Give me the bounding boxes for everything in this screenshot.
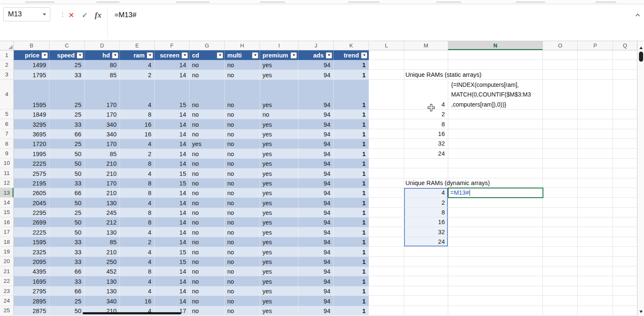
- cell-C1[interactable]: speed: [49, 50, 85, 60]
- cell-G4[interactable]: no: [190, 80, 225, 110]
- cell-O13[interactable]: [543, 188, 578, 198]
- cell-N24[interactable]: [448, 296, 543, 306]
- cell-L6[interactable]: [369, 119, 404, 129]
- cell-K1[interactable]: trend: [334, 50, 369, 60]
- filter-button-trend[interactable]: [361, 52, 367, 58]
- cell-D17[interactable]: 130: [85, 227, 120, 237]
- cell-F13[interactable]: 14: [155, 188, 190, 198]
- cell-M19[interactable]: [404, 247, 448, 256]
- cell-C18[interactable]: 33: [49, 237, 85, 247]
- cell-N1[interactable]: [448, 50, 543, 60]
- cell-E6[interactable]: 16: [120, 119, 155, 129]
- cell-J14[interactable]: 94: [299, 198, 334, 207]
- cell-D12[interactable]: 170: [85, 178, 120, 188]
- cell-J18[interactable]: 94: [299, 237, 334, 247]
- cell-O6[interactable]: [543, 119, 578, 129]
- cell-F10[interactable]: 14: [155, 159, 190, 168]
- row-header-21[interactable]: 21: [0, 266, 14, 276]
- cell-N22[interactable]: [448, 276, 543, 286]
- cell-D20[interactable]: 250: [85, 257, 120, 266]
- cell-C10[interactable]: 50: [49, 159, 85, 168]
- cell-N17[interactable]: [448, 227, 543, 237]
- cell-I16[interactable]: yes: [260, 217, 299, 227]
- cell-D5[interactable]: 170: [85, 110, 120, 119]
- cell-D4[interactable]: 170: [85, 80, 120, 110]
- cell-B24[interactable]: 2895: [14, 296, 49, 306]
- cell-D9[interactable]: 85: [85, 149, 120, 158]
- cell-Q7[interactable]: [613, 129, 637, 139]
- cell-G19[interactable]: no: [190, 247, 225, 256]
- cell-O20[interactable]: [543, 257, 578, 266]
- cell-D7[interactable]: 340: [85, 129, 120, 139]
- cell-K5[interactable]: 1: [334, 110, 369, 119]
- cell-I22[interactable]: yes: [260, 276, 299, 286]
- cell-M16[interactable]: 16: [404, 217, 448, 227]
- cell-B9[interactable]: 1995: [14, 149, 49, 158]
- cell-M7[interactable]: 16: [404, 129, 448, 139]
- cell-K22[interactable]: 1: [334, 276, 369, 286]
- cell-L24[interactable]: [369, 296, 404, 306]
- cell-K25[interactable]: 1: [334, 306, 369, 316]
- cell-D2[interactable]: 80: [85, 60, 120, 70]
- insert-function-button[interactable]: fx: [92, 9, 104, 21]
- cell-B20[interactable]: 2095: [14, 257, 49, 266]
- cell-H18[interactable]: no: [225, 237, 260, 247]
- cell-N15[interactable]: [448, 208, 543, 217]
- row-header-14[interactable]: 14: [0, 198, 14, 207]
- cell-F1[interactable]: screen: [155, 50, 190, 60]
- cell-P13[interactable]: [578, 188, 613, 198]
- cell-N18[interactable]: [448, 237, 543, 247]
- cell-H3[interactable]: no: [225, 70, 260, 79]
- chevron-down-icon[interactable]: [43, 13, 46, 16]
- cell-J3[interactable]: 94: [299, 70, 334, 79]
- cell-Q5[interactable]: [613, 110, 637, 119]
- cell-H22[interactable]: no: [225, 276, 260, 286]
- cell-K7[interactable]: 1: [334, 129, 369, 139]
- cell-F4[interactable]: 15: [155, 80, 190, 110]
- cell-B1[interactable]: price: [14, 50, 49, 60]
- cell-N16[interactable]: [448, 217, 543, 227]
- cell-L11[interactable]: [369, 168, 404, 178]
- cell-Q18[interactable]: [613, 237, 637, 247]
- column-header-O[interactable]: O: [543, 41, 578, 50]
- cell-D14[interactable]: 130: [85, 198, 120, 207]
- cell-Q23[interactable]: [613, 286, 637, 296]
- cell-P5[interactable]: [578, 110, 613, 119]
- cell-O12[interactable]: [543, 178, 578, 188]
- cell-I15[interactable]: yes: [260, 208, 299, 217]
- cell-E23[interactable]: 4: [120, 286, 155, 296]
- cell-C5[interactable]: 25: [49, 110, 85, 119]
- cell-C4[interactable]: 25: [49, 80, 85, 110]
- cell-M23[interactable]: [404, 286, 448, 296]
- column-header-Q[interactable]: Q: [613, 41, 637, 50]
- cell-E12[interactable]: 8: [120, 178, 155, 188]
- cell-C21[interactable]: 66: [49, 266, 85, 276]
- cell-D23[interactable]: 130: [85, 286, 120, 296]
- row-header-22[interactable]: 22: [0, 276, 14, 286]
- cell-L12[interactable]: [369, 178, 404, 188]
- cell-Q4[interactable]: [613, 80, 637, 110]
- cell-Q12[interactable]: [613, 178, 637, 188]
- cell-Q3[interactable]: [613, 70, 637, 79]
- vertical-scrollbar-thumb[interactable]: [639, 52, 643, 62]
- cell-G3[interactable]: no: [190, 70, 225, 79]
- cell-N13[interactable]: =M13#: [448, 188, 543, 198]
- cell-C23[interactable]: 66: [49, 286, 85, 296]
- row-header-8[interactable]: 8: [0, 139, 14, 149]
- cell-J15[interactable]: 94: [299, 208, 334, 217]
- cell-J16[interactable]: 94: [299, 217, 334, 227]
- cell-H5[interactable]: no: [225, 110, 260, 119]
- cell-M22[interactable]: [404, 276, 448, 286]
- cell-I3[interactable]: yes: [260, 70, 299, 79]
- cell-I9[interactable]: yes: [260, 149, 299, 158]
- cell-H9[interactable]: no: [225, 149, 260, 158]
- filter-button-ads[interactable]: [326, 52, 332, 58]
- cell-C24[interactable]: 25: [49, 296, 85, 306]
- filter-button-premium[interactable]: [291, 52, 297, 58]
- cell-G13[interactable]: no: [190, 188, 225, 198]
- cell-O3[interactable]: [543, 70, 578, 79]
- cell-C22[interactable]: 33: [49, 276, 85, 286]
- filter-button-cd[interactable]: [217, 52, 223, 58]
- cell-I14[interactable]: yes: [260, 198, 299, 207]
- cell-F22[interactable]: 14: [155, 276, 190, 286]
